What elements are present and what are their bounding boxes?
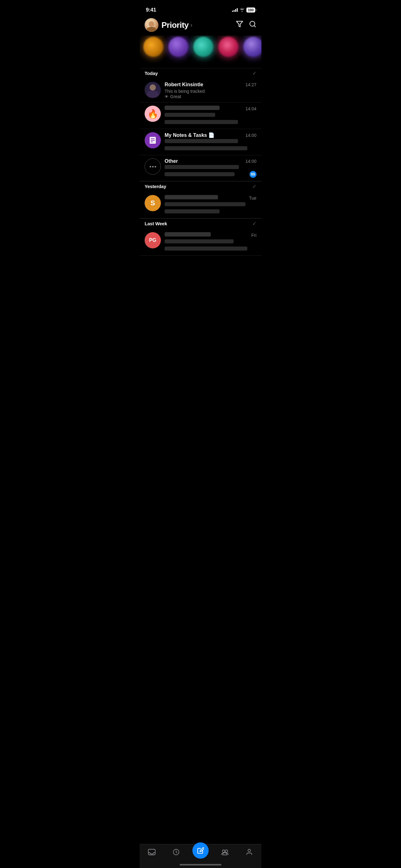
message-content: Fri: [165, 232, 257, 252]
avatar: [144, 158, 161, 175]
chevron-right-icon: ›: [191, 22, 192, 28]
list-item[interactable]: 🔥 14:04: [140, 102, 261, 129]
svg-line-2: [254, 26, 256, 27]
story-blob-violet: [243, 37, 261, 57]
message-preview-blurred: [165, 239, 257, 252]
tracked-label: Great: [170, 94, 181, 99]
sender-name: My Notes & Tasks 📄: [165, 132, 214, 138]
section-today: Today ✓: [140, 68, 261, 79]
list-item[interactable]: S Tue: [140, 192, 261, 218]
avatar: PG: [144, 232, 161, 248]
battery-icon: 100: [246, 7, 255, 12]
message-preview-blurred: [165, 139, 257, 152]
story-blob-orange: [143, 37, 163, 57]
sender-name: Robert Kinsintle: [165, 82, 203, 88]
story-blob-purple: [168, 37, 188, 57]
status-time: 9:41: [146, 7, 156, 13]
tracked-row: 👁 Great: [165, 94, 257, 99]
message-time: Fri: [252, 233, 257, 238]
story-item[interactable]: [192, 37, 214, 64]
story-blob-pink: [218, 37, 238, 57]
header-left[interactable]: Priority ›: [144, 18, 192, 32]
message-time: 14:00: [245, 133, 257, 138]
message-top-row: Other 14:00: [165, 158, 257, 164]
section-today-label: Today: [144, 71, 158, 76]
section-yesterday-check[interactable]: ✓: [252, 183, 257, 189]
message-preview: This is being tracked: [165, 88, 257, 94]
avatar: 🔥: [144, 105, 161, 122]
message-time: 14:27: [245, 82, 257, 87]
message-time: 14:00: [245, 159, 257, 164]
section-lastweek-label: Last Week: [144, 221, 167, 226]
status-bar: 9:41 100: [140, 0, 261, 16]
dot-menu-icon: [149, 166, 156, 167]
message-preview-blurred: [165, 113, 257, 126]
message-top-row: Robert Kinsintle 14:27: [165, 82, 257, 88]
wifi-icon: [239, 8, 244, 12]
story-item[interactable]: [242, 37, 261, 64]
avatar-initial: PG: [149, 238, 156, 243]
status-icons: 100: [232, 7, 255, 12]
message-top-row: Fri: [165, 232, 257, 239]
section-lastweek-check[interactable]: ✓: [252, 221, 257, 226]
story-item[interactable]: [142, 37, 165, 64]
list-item[interactable]: Other 14:00 99: [140, 155, 261, 181]
eye-icon: 👁: [165, 94, 169, 99]
story-item[interactable]: [167, 37, 190, 64]
search-icon[interactable]: [249, 20, 257, 30]
page-header: Priority ›: [140, 16, 261, 36]
list-item[interactable]: PG Fri: [140, 229, 261, 256]
message-time: 14:04: [245, 106, 257, 111]
message-content: Other 14:00 99: [165, 158, 257, 178]
message-content: 14:04: [165, 105, 257, 126]
message-content: Tue: [165, 195, 257, 215]
story-blob-teal: [193, 37, 213, 57]
section-yesterday: Yesterday ✓: [140, 181, 261, 192]
message-top-row: Tue: [165, 195, 257, 201]
filter-icon[interactable]: [236, 20, 243, 30]
section-yesterday-label: Yesterday: [144, 184, 166, 189]
story-item[interactable]: [217, 37, 239, 64]
avatar: [144, 132, 161, 148]
message-content: My Notes & Tasks 📄 14:00: [165, 132, 257, 152]
avatar: [144, 82, 161, 98]
list-item[interactable]: Robert Kinsintle 14:27 This is being tra…: [140, 79, 261, 102]
header-actions: [236, 20, 257, 30]
section-lastweek: Last Week ✓: [140, 218, 261, 229]
message-preview-blurred: [165, 165, 249, 178]
avatar-initial: S: [151, 199, 155, 207]
svg-marker-0: [236, 21, 243, 27]
unread-badge: 99: [249, 171, 257, 178]
message-time: Tue: [249, 195, 257, 200]
title-row[interactable]: Priority ›: [162, 20, 192, 30]
signal-bars-icon: [232, 8, 238, 12]
list-item[interactable]: My Notes & Tasks 📄 14:00: [140, 129, 261, 155]
stories-row[interactable]: [140, 36, 261, 68]
message-top-row: 14:04: [165, 105, 257, 112]
message-content: Robert Kinsintle 14:27 This is being tra…: [165, 82, 257, 99]
page-title: Priority: [162, 20, 189, 30]
message-top-row: My Notes & Tasks 📄 14:00: [165, 132, 257, 138]
sender-name: Other: [165, 158, 178, 164]
message-preview-blurred: [165, 202, 257, 215]
avatar[interactable]: [144, 18, 158, 32]
section-today-check[interactable]: ✓: [252, 70, 257, 76]
avatar: S: [144, 195, 161, 211]
